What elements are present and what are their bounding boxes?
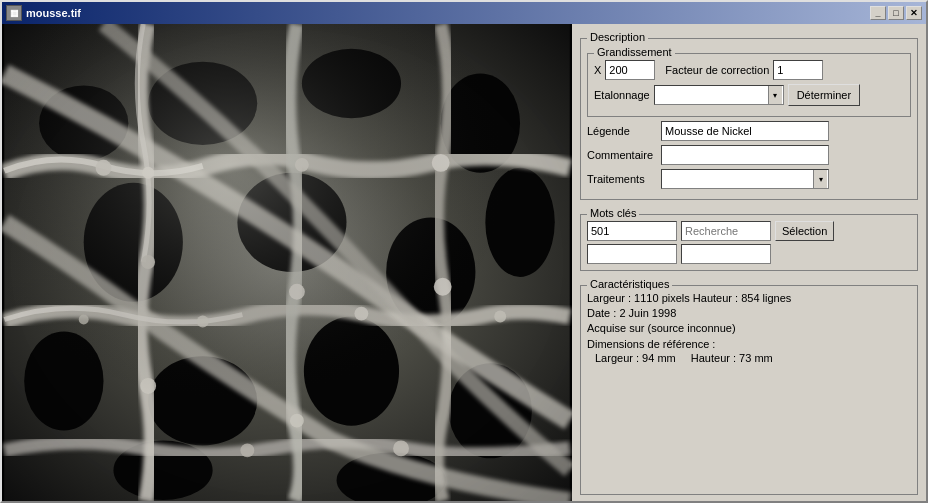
haut-ref-label: Hauteur : (691, 352, 736, 364)
commentaire-row: Commentaire (587, 145, 911, 165)
acquise-line: Acquise sur (source inconnue) (587, 322, 911, 334)
dim-ref-section: Dimensions de référence : Largeur : 94 m… (587, 338, 911, 364)
title-bar: ▦ mousse.tif _ □ ✕ (2, 2, 926, 24)
commentaire-input[interactable] (661, 145, 829, 165)
keyword-input-3[interactable] (587, 244, 677, 264)
etalonnage-row: Etalonnage ▾ Déterminer (594, 84, 904, 106)
largeur-value: 1110 (634, 292, 658, 304)
keyword-input-1[interactable] (587, 221, 677, 241)
hauteur-label: Hauteur : (693, 292, 738, 304)
microscope-svg (2, 24, 572, 501)
minimize-button[interactable]: _ (870, 6, 886, 20)
mots-cles-group: Mots clés Sélection (580, 214, 918, 271)
svg-rect-32 (4, 24, 569, 501)
hauteur-value: 854 (741, 292, 759, 304)
title-controls: _ □ ✕ (870, 6, 922, 20)
dim-ref-label: Dimensions de référence : (587, 338, 911, 350)
close-button[interactable]: ✕ (906, 6, 922, 20)
etalonnage-label: Etalonnage (594, 89, 650, 101)
pixels-label: pixels (662, 292, 690, 304)
commentaire-label: Commentaire (587, 149, 657, 161)
facteur-input[interactable] (773, 60, 823, 80)
traitements-select-wrapper: ▾ (661, 169, 829, 189)
mots-cles-label: Mots clés (587, 207, 639, 219)
larg-ref-unit: mm (657, 352, 675, 364)
traitements-select[interactable] (661, 169, 829, 189)
keyword-input-2[interactable] (681, 221, 771, 241)
legende-input[interactable] (661, 121, 829, 141)
traitements-label: Traitements (587, 173, 657, 185)
largeur-label: Largeur : (587, 292, 631, 304)
larg-ref-value: 94 (642, 352, 654, 364)
right-panel: Description Grandissement X Facteur de c… (572, 24, 926, 501)
mots-cles-col2 (681, 221, 771, 264)
maximize-button[interactable]: □ (888, 6, 904, 20)
legende-row: Légende (587, 121, 911, 141)
grandissement-label: Grandissement (594, 46, 675, 58)
title-bar-left: ▦ mousse.tif (6, 5, 81, 21)
traitements-row: Traitements ▾ (587, 169, 911, 189)
date-label: Date : (587, 307, 616, 319)
selection-button[interactable]: Sélection (775, 221, 834, 241)
acquise-label: Acquise sur (source inconnue) (587, 322, 736, 334)
mots-cles-content: Sélection (587, 221, 911, 264)
date-line: Date : 2 Juin 1998 (587, 307, 911, 319)
description-group: Description Grandissement X Facteur de c… (580, 38, 918, 200)
grandissement-group: Grandissement X Facteur de correction Et… (587, 53, 911, 117)
microscope-image (2, 24, 572, 501)
etalonnage-select[interactable] (654, 85, 784, 105)
facteur-label: Facteur de correction (665, 64, 769, 76)
lignes-label: lignes (763, 292, 792, 304)
description-label: Description (587, 31, 648, 43)
caracteristiques-group: Caractéristiques Largeur : 1110 pixels H… (580, 285, 918, 495)
keyword-input-4[interactable] (681, 244, 771, 264)
app-icon: ▦ (6, 5, 22, 21)
image-panel (2, 24, 572, 501)
window-title: mousse.tif (26, 7, 81, 19)
mots-cles-col1 (587, 221, 677, 264)
main-window: ▦ mousse.tif _ □ ✕ (0, 0, 928, 503)
determiner-button[interactable]: Déterminer (788, 84, 860, 106)
haut-ref-value: 73 (739, 352, 751, 364)
x-label: X (594, 64, 601, 76)
dimensions-line: Largeur : 1110 pixels Hauteur : 854 lign… (587, 292, 911, 304)
caracteristiques-label: Caractéristiques (587, 278, 672, 290)
etalonnage-select-wrapper: ▾ (654, 85, 784, 105)
date-value: 2 Juin 1998 (619, 307, 676, 319)
legende-label: Légende (587, 125, 657, 137)
larg-ref-label: Largeur : (595, 352, 639, 364)
content-area: Description Grandissement X Facteur de c… (2, 24, 926, 501)
haut-ref-unit: mm (754, 352, 772, 364)
x-input[interactable] (605, 60, 655, 80)
x-row: X Facteur de correction (594, 60, 904, 80)
dim-ref-values: Largeur : 94 mm Hauteur : 73 mm (595, 352, 911, 364)
